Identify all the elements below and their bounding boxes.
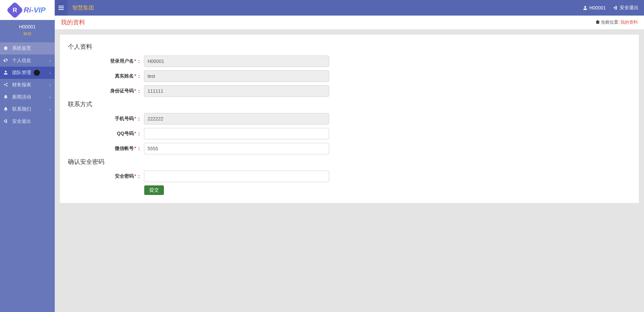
sidebar-item-news[interactable]: 新闻活动 › bbox=[0, 91, 55, 103]
required-mark: * bbox=[134, 146, 136, 151]
chevron-right-icon: › bbox=[49, 59, 51, 63]
topbar: 智慧集团 H00001 安全退出 bbox=[55, 0, 644, 16]
home-icon bbox=[3, 46, 9, 51]
label-mobile: 手机号码* bbox=[68, 116, 138, 122]
bell-icon bbox=[3, 94, 9, 100]
topbar-user-label: H00001 bbox=[589, 5, 606, 10]
required-mark: * bbox=[134, 173, 136, 179]
chevron-right-icon: › bbox=[49, 107, 51, 111]
main-content: 我的资料 当前位置: 我的资料 个人资料 登录用户名*: 真实姓名*: 身份证号… bbox=[55, 0, 644, 312]
input-idnumber bbox=[144, 85, 329, 97]
sidebar-item-label: 系统首页 bbox=[12, 45, 31, 51]
topbar-logout-link[interactable]: 安全退出 bbox=[613, 5, 639, 11]
label-realname: 真实姓名* bbox=[68, 73, 138, 79]
breadcrumb-current[interactable]: 我的资料 bbox=[620, 19, 638, 25]
sidebar-user-name: test bbox=[0, 31, 55, 36]
hot-badge-icon bbox=[34, 70, 40, 76]
logo[interactable]: Ri-VIP bbox=[0, 0, 55, 20]
chevron-right-icon: › bbox=[49, 71, 51, 75]
input-safepwd[interactable] bbox=[144, 171, 329, 182]
sidebar-nav: 系统首页 个人信息 › 团队管理 › 财务报表 › bbox=[0, 42, 55, 128]
required-mark: * bbox=[134, 116, 136, 121]
required-mark: * bbox=[134, 131, 136, 136]
form-row-idnumber: 身份证号码*: bbox=[68, 85, 631, 97]
form-row-wechat: 微信帐号*: bbox=[68, 143, 631, 154]
form-row-qq: QQ号码*: bbox=[68, 128, 631, 139]
section-title-confirm: 确认安全密码 bbox=[68, 158, 631, 166]
sidebar-user-box: H00001 test bbox=[0, 20, 55, 42]
sidebar-item-team[interactable]: 团队管理 › bbox=[0, 67, 55, 79]
input-username bbox=[144, 55, 329, 67]
required-mark: * bbox=[134, 73, 136, 79]
sidebar-item-label: 个人信息 bbox=[12, 58, 31, 64]
topbar-logout-label: 安全退出 bbox=[620, 5, 639, 11]
form-row-realname: 真实姓名*: bbox=[68, 70, 631, 82]
gear-icon bbox=[3, 58, 9, 64]
section-title-contact: 联系方式 bbox=[68, 100, 631, 108]
bell-icon bbox=[3, 107, 9, 112]
label-username: 登录用户名* bbox=[68, 58, 138, 64]
input-realname bbox=[144, 70, 329, 82]
label-idnumber: 身份证号码* bbox=[68, 88, 138, 94]
sign-out-icon bbox=[613, 5, 618, 10]
sidebar: Ri-VIP H00001 test 系统首页 个人信息 › 团队管理 › bbox=[0, 0, 55, 312]
form-row-mobile: 手机号码*: bbox=[68, 113, 631, 125]
section-title-personal: 个人资料 bbox=[68, 43, 631, 51]
logo-text: Ri-VIP bbox=[24, 6, 46, 15]
label-safepwd: 安全密码* bbox=[68, 173, 138, 179]
topbar-right: H00001 安全退出 bbox=[583, 5, 639, 11]
page-header: 我的资料 当前位置: 我的资料 bbox=[55, 16, 644, 29]
share-icon bbox=[3, 82, 9, 88]
chevron-right-icon: › bbox=[49, 83, 51, 87]
sidebar-item-home[interactable]: 系统首页 bbox=[0, 42, 55, 54]
input-mobile bbox=[144, 113, 329, 125]
chevron-right-icon: › bbox=[49, 95, 51, 99]
form-panel: 个人资料 登录用户名*: 真实姓名*: 身份证号码*: 联系方式 手机号码*: … bbox=[59, 34, 639, 203]
hamburger-icon bbox=[58, 6, 64, 10]
sidebar-item-finance[interactable]: 财务报表 › bbox=[0, 79, 55, 91]
sidebar-item-label: 财务报表 bbox=[12, 82, 31, 88]
sidebar-item-label: 新闻活动 bbox=[12, 94, 31, 100]
page-title: 我的资料 bbox=[61, 18, 85, 26]
home-icon bbox=[595, 20, 600, 25]
user-icon bbox=[583, 5, 588, 10]
required-mark: * bbox=[134, 88, 136, 93]
input-wechat[interactable] bbox=[144, 143, 329, 154]
form-row-username: 登录用户名*: bbox=[68, 55, 631, 67]
topbar-user-link[interactable]: H00001 bbox=[583, 5, 606, 10]
required-mark: * bbox=[134, 58, 136, 64]
label-wechat: 微信帐号* bbox=[68, 146, 138, 152]
svg-point-0 bbox=[4, 84, 5, 85]
submit-button[interactable]: 提交 bbox=[144, 185, 164, 195]
logo-icon bbox=[6, 1, 24, 19]
svg-point-2 bbox=[6, 85, 8, 86]
input-qq[interactable] bbox=[144, 128, 329, 139]
sidebar-item-profile[interactable]: 个人信息 › bbox=[0, 54, 55, 67]
sign-out-icon bbox=[3, 119, 9, 125]
sidebar-item-label: 联系我们 bbox=[12, 106, 31, 112]
form-row-safepwd: 安全密码*: bbox=[68, 171, 631, 182]
breadcrumb: 当前位置: 我的资料 bbox=[595, 19, 638, 25]
sidebar-item-contact[interactable]: 联系我们 › bbox=[0, 103, 55, 115]
app-title: 智慧集团 bbox=[72, 4, 94, 12]
breadcrumb-label: 当前位置: bbox=[601, 19, 620, 25]
submit-row: 提交 bbox=[144, 185, 631, 195]
svg-point-1 bbox=[6, 83, 8, 84]
label-qq: QQ号码* bbox=[68, 131, 138, 137]
sidebar-user-id: H00001 bbox=[0, 24, 55, 29]
user-icon bbox=[3, 70, 9, 76]
sidebar-item-logout[interactable]: 安全退出 bbox=[0, 115, 55, 128]
sidebar-item-label: 团队管理 bbox=[12, 70, 31, 76]
menu-toggle-button[interactable] bbox=[55, 0, 68, 16]
sidebar-item-label: 安全退出 bbox=[12, 118, 31, 125]
